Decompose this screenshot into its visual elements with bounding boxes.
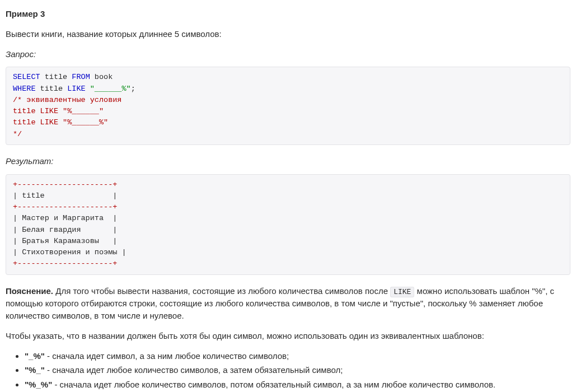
result-row: | Белая гвардия | [13,226,117,234]
result-border: +---------------------+ [13,180,117,189]
patterns-intro: Чтобы указать, что в названии должен быт… [6,330,570,342]
explanation-label: Пояснение. [6,286,53,296]
sql-string: "______%" [90,85,131,93]
sql-column: title [36,85,68,93]
sql-keyword: LIKE [67,85,85,93]
sql-keyword: FROM [72,73,90,81]
task-description: Вывести книги, название которых длиннее … [6,28,570,40]
sql-keyword: SELECT [13,73,40,81]
sql-space [86,85,90,93]
pattern-list: "_%" - сначала идет символ, а за ним люб… [6,350,570,391]
sql-comment: */ [13,130,22,138]
result-header: | title | [13,192,117,200]
sql-comment: /* эквивалентные условия [13,96,121,104]
pattern-desc: - сначала идет символ, а за ним любое ко… [45,351,289,361]
pattern-literal: "%_%" [25,380,52,389]
pattern-literal: "%_" [25,365,45,375]
result-row: | Мастер и Маргарита | [13,214,117,222]
result-border: +---------------------+ [13,203,117,211]
example-heading: Пример 3 [6,8,570,20]
sql-query-block: SELECT title FROM book WHERE title LIKE … [6,67,570,145]
explanation-text: Для того чтобы вывести названия, состоящ… [55,286,390,296]
result-block: +---------------------+ | title | +-----… [6,174,570,275]
pattern-literal: "_%" [25,351,45,361]
sql-comment: title LIKE "%______%" [13,118,108,127]
sql-comment: title LIKE "%______" [13,107,104,115]
list-item: "%_%" - сначала идет любое количество си… [25,379,570,391]
list-item: "%_" - сначала идет любое количество сим… [25,364,570,376]
list-item: "_%" - сначала идет символ, а за ним люб… [25,350,570,362]
inline-code-like: LIKE [390,287,414,297]
query-label: Запрос: [6,48,570,60]
result-border: +---------------------+ [13,259,117,268]
result-row: | Братья Карамазовы | [13,237,117,245]
sql-column: title [40,73,72,81]
sql-semicolon: ; [131,85,135,93]
pattern-desc: - сначала идет любое количество символов… [52,380,495,389]
explanation-paragraph: Пояснение. Для того чтобы вывести назван… [6,285,570,322]
result-label: Результат: [6,155,570,167]
pattern-desc: - сначала идет любое количество символов… [45,365,343,375]
sql-table: book [90,73,113,81]
sql-keyword: WHERE [13,85,36,93]
result-row: | Стихотворения и поэмы | [13,248,127,256]
